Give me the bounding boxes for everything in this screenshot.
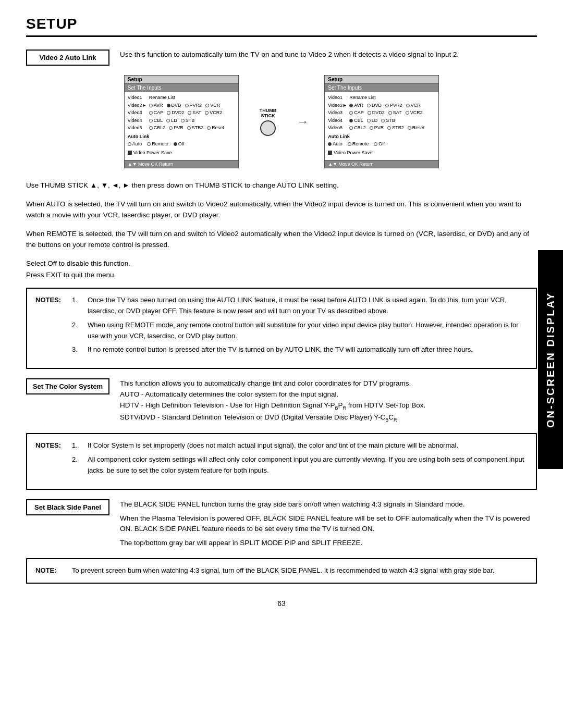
menu-left-auto-link: Auto Link Auto Remote Off (128, 133, 235, 148)
menu-box-right: Setup Set The Inputs Video1 Rename List … (324, 75, 439, 168)
color-note-item-2: 2. All component color system settings w… (72, 454, 528, 476)
menu-right-submenu: Set The Inputs (325, 84, 438, 92)
video2-autolink-label: Video 2 Auto Link (26, 50, 109, 66)
note-item-2: 2. When using REMOTE mode, any remote co… (72, 320, 528, 342)
menu-left-content: Video1 Rename List Video2► AVR DVD PVR2 … (125, 92, 238, 158)
menu-left-row-video3: Video3 CAP DVD2 SAT VCR2 (128, 109, 235, 117)
menu-left-bottom: ▲▼ Move OK Return (125, 160, 238, 168)
color-system-line3: HDTV - High Definition Television - Use … (120, 400, 537, 412)
menu-right-row-video5: Video5 CBL2 PVR STB2 Reset (328, 125, 435, 132)
menu-right-bottom: ▲▼ Move OK Return (325, 160, 438, 168)
black-side-panel-content: The BLACK SIDE PANEL function turns the … (109, 499, 537, 549)
bottom-note-header: NOTE: (35, 565, 72, 576)
notes-header-1: NOTES: (35, 295, 72, 359)
note-item-3: 3. If no remote control button is presse… (72, 344, 528, 355)
bottom-note-text: To prevent screen burn when watching 4:3… (72, 565, 528, 576)
notes-box-2: NOTES: 1. If Color System is set imprope… (26, 433, 537, 489)
menu-left-row-video2: Video2► AVR DVD PVR2 VCR (128, 102, 235, 109)
menu-box-left: Setup Set The Inputs Video1 Rename List … (124, 75, 239, 168)
page-number: 63 (26, 599, 537, 608)
arrow-right-container: → (297, 115, 309, 129)
bsp-line2: When the Plasma Television is powered OF… (120, 513, 537, 535)
diagram-area: Setup Set The Inputs Video1 Rename List … (26, 75, 537, 168)
menu-right-content: Video1 Rename List Video2► AVR DVD PVR2 … (325, 92, 438, 158)
menu-right-row-video3: Video3 CAP DVD2 SAT VCR2 (328, 109, 435, 117)
arrow-right-icon: → (297, 115, 309, 129)
video2-autolink-content: Use this function to automatically turn … (109, 50, 537, 66)
menu-left-submenu: Set The Inputs (125, 84, 238, 92)
color-system-line4: SDTV/DVD - Standard Definition Televisio… (120, 412, 537, 424)
thumb-stick-circle (260, 120, 276, 136)
vertical-label: ON-SCREEN DISPLAY (538, 250, 563, 469)
color-system-line2: AUTO - Automatically determines the colo… (120, 389, 537, 400)
menu-left-title: Setup (125, 76, 238, 84)
page-container: SETUP Video 2 Auto Link Use this functio… (0, 0, 563, 728)
color-system-section: Set The Color System This function allow… (26, 378, 537, 424)
menu-right-row-video2: Video2► AVR DVD PVR2 VCR (328, 102, 435, 109)
bsp-line1: The BLACK SIDE PANEL function turns the … (120, 499, 537, 510)
color-system-label: Set The Color System (26, 378, 109, 394)
menu-left-row-video4: Video4 CBL LD STB (128, 117, 235, 125)
note-item-1: 1. Once the TV has been turned on using … (72, 295, 528, 317)
menu-right-row-video4: Video4 CBL LD STB (328, 117, 435, 125)
thumb-stick-instruction: Use THUMB STICK ▲, ▼, ◄, ► then press do… (26, 180, 537, 191)
menu-right-row-video1: Video1 Rename List (328, 94, 435, 102)
menu-left-video-power-save: Video Power Save (128, 150, 235, 157)
video2-autolink-description: Use this function to automatically turn … (120, 51, 459, 58)
menu-right-auto-link: Auto Link Auto Remote Off (328, 133, 435, 148)
notes-header-2: NOTES: (35, 440, 72, 479)
black-side-panel-label: Set Black Side Panel (26, 499, 109, 515)
color-note-item-1: 1. If Color System is set improperly (do… (72, 440, 528, 451)
bsp-line3: The top/bottom gray bar will appear in S… (120, 538, 537, 549)
color-system-content: This function allows you to automaticall… (109, 378, 537, 424)
menu-right-title: Setup (325, 76, 438, 84)
page-title: SETUP (26, 16, 537, 37)
auto-paragraph1: When AUTO is selected, the TV will turn … (26, 199, 537, 221)
color-system-line1: This function allows you to automaticall… (120, 378, 537, 389)
auto-paragraph2: When REMOTE is selected, the TV will tur… (26, 228, 537, 251)
notes-box-1: NOTES: 1. Once the TV has been turned on… (26, 288, 537, 369)
black-side-panel-section: Set Black Side Panel The BLACK SIDE PANE… (26, 499, 537, 549)
menu-left-row-video5: Video5 CBL2 PVR STB2 Reset (128, 125, 235, 132)
thumb-stick: THUMB STICK (260, 108, 277, 136)
menu-right-video-power-save: Video Power Save (328, 150, 435, 157)
video2-autolink-section: Video 2 Auto Link Use this function to a… (26, 50, 537, 66)
menu-left-row-video1: Video1 Rename List (128, 94, 235, 102)
bottom-note-box: NOTE: To prevent screen burn when watchi… (26, 558, 537, 584)
select-off-line: Select Off to disable this function. Pre… (26, 258, 537, 280)
